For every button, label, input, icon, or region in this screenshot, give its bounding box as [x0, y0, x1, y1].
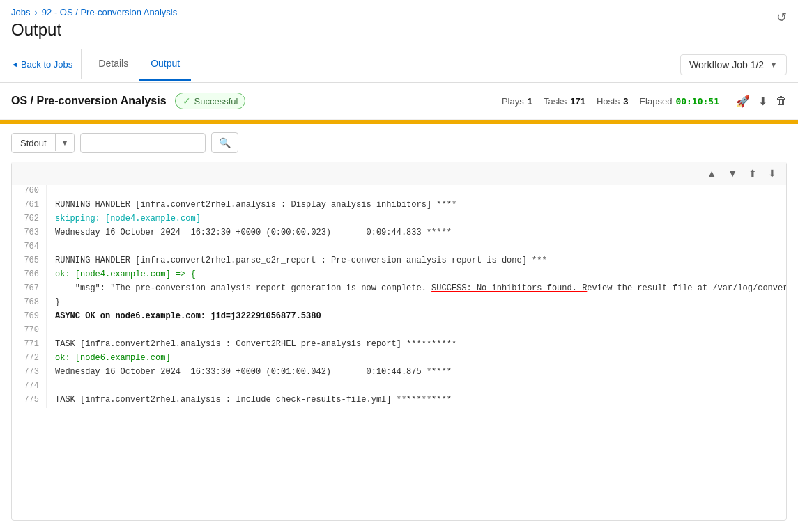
hosts-label: Hosts	[597, 96, 620, 107]
line-number: 767	[12, 283, 47, 297]
scroll-bottom-button[interactable]: ⬇	[764, 165, 781, 182]
line-number: 774	[12, 380, 47, 394]
log-toolbar: ▲ ▼ ⬆ ⬇	[12, 162, 786, 185]
line-number: 761	[12, 199, 47, 213]
search-input[interactable]	[80, 133, 206, 153]
hosts-stat: Hosts 3	[597, 96, 628, 107]
breadcrumb-jobs-link[interactable]: Jobs	[11, 7, 30, 17]
filter-bar: Stdout ▼ 🔍	[0, 124, 798, 162]
line-number: 771	[12, 338, 47, 352]
elapsed-value: 00:10:51	[675, 96, 719, 107]
log-line: 768}	[12, 297, 786, 311]
line-text	[47, 241, 786, 255]
tab-details[interactable]: Details	[87, 48, 139, 81]
stats-area: Plays 1 Tasks 171 Hosts 3 Elapsed 00:10:…	[502, 96, 719, 107]
scroll-top-button[interactable]: ⬆	[744, 165, 761, 182]
delete-icon[interactable]: 🗑	[776, 95, 787, 107]
line-text: "msg": "The pre-conversion analysis repo…	[47, 283, 786, 297]
hosts-value: 3	[623, 96, 628, 107]
breadcrumb: Jobs › 92 - OS / Pre-conversion Analysis	[11, 7, 787, 17]
log-line: 774	[12, 380, 786, 394]
tasks-value: 171	[570, 96, 585, 107]
line-number: 768	[12, 297, 47, 311]
log-content[interactable]: 760 761RUNNING HANDLER [infra.convert2rh…	[12, 185, 786, 450]
scroll-up-button[interactable]: ▲	[703, 165, 721, 182]
line-number: 764	[12, 241, 47, 255]
job-name: OS / Pre-conversion Analysis	[11, 95, 167, 107]
log-line: 771TASK [infra.convert2rhel.analysis : C…	[12, 338, 786, 352]
log-line: 760	[12, 185, 786, 199]
line-text	[47, 185, 786, 199]
log-line: 769ASYNC OK on node6.example.com: jid=j3…	[12, 311, 786, 324]
plays-label: Plays	[502, 96, 524, 107]
line-number: 773	[12, 366, 47, 380]
stdout-label: Stdout	[12, 134, 55, 152]
line-number: 763	[12, 227, 47, 241]
line-number: 770	[12, 324, 47, 338]
line-number: 775	[12, 394, 47, 408]
plays-stat: Plays 1	[502, 96, 532, 107]
tab-bar: Back to Jobs Details Output Workflow Job…	[0, 47, 798, 83]
search-button[interactable]: 🔍	[211, 132, 238, 153]
line-number: 760	[12, 185, 47, 199]
log-line: 762skipping: [node4.example.com]	[12, 213, 786, 227]
line-text: TASK [infra.convert2rhel.analysis : Incl…	[47, 394, 786, 408]
workflow-dropdown-label: Workflow Job 1/2	[689, 59, 764, 70]
line-text: RUNNING HANDLER [infra.convert2rhel.pars…	[47, 255, 786, 269]
status-badge: ✓ Successful	[175, 93, 246, 109]
breadcrumb-separator: ›	[34, 7, 37, 17]
rocket-icon[interactable]: 🚀	[736, 95, 750, 108]
page-title: Output	[11, 20, 787, 47]
log-line: 765RUNNING HANDLER [infra.convert2rhel.p…	[12, 255, 786, 269]
stdout-chevron-icon[interactable]: ▼	[55, 134, 75, 151]
line-number: 769	[12, 311, 47, 324]
log-line: 766ok: [node4.example.com] => {	[12, 269, 786, 283]
line-number: 765	[12, 255, 47, 269]
tab-output[interactable]: Output	[139, 48, 191, 81]
scroll-down-button[interactable]: ▼	[723, 165, 742, 182]
log-line: 772ok: [node6.example.com]	[12, 352, 786, 366]
line-number: 772	[12, 352, 47, 366]
plays-value: 1	[528, 96, 532, 107]
status-label: Successful	[194, 96, 238, 107]
top-header: Jobs › 92 - OS / Pre-conversion Analysis…	[0, 0, 798, 47]
back-to-jobs-button[interactable]: Back to Jobs	[11, 49, 82, 79]
line-number: 766	[12, 269, 47, 283]
download-icon[interactable]: ⬇	[758, 95, 767, 108]
log-line: 763Wednesday 16 October 2024 16:32:30 +0…	[12, 227, 786, 241]
log-line: 773Wednesday 16 October 2024 16:33:30 +0…	[12, 366, 786, 380]
line-text: }	[47, 297, 786, 311]
tasks-label: Tasks	[544, 96, 567, 107]
line-text: Wednesday 16 October 2024 16:33:30 +0000…	[47, 366, 786, 380]
log-line: 775TASK [infra.convert2rhel.analysis : I…	[12, 394, 786, 408]
line-text	[47, 324, 786, 338]
line-text: TASK [infra.convert2rhel.analysis : Conv…	[47, 338, 786, 352]
log-line: 764	[12, 241, 786, 255]
line-text: RUNNING HANDLER [infra.convert2rhel.anal…	[47, 199, 786, 213]
action-icons: 🚀 ⬇ 🗑	[736, 95, 787, 108]
job-info-bar: OS / Pre-conversion Analysis ✓ Successfu…	[0, 83, 798, 120]
line-text: ok: [node6.example.com]	[47, 352, 786, 366]
elapsed-label: Elapsed	[639, 96, 672, 107]
log-line: 761RUNNING HANDLER [infra.convert2rhel.a…	[12, 199, 786, 213]
elapsed-stat: Elapsed 00:10:51	[639, 96, 719, 107]
line-text: ASYNC OK on node6.example.com: jid=j3222…	[47, 311, 786, 324]
line-text: skipping: [node4.example.com]	[47, 213, 786, 227]
chevron-down-icon: ▼	[769, 60, 778, 70]
breadcrumb-current-link[interactable]: 92 - OS / Pre-conversion Analysis	[42, 7, 177, 17]
check-icon: ✓	[183, 95, 191, 107]
log-line: 767 "msg": "The pre-conversion analysis …	[12, 283, 786, 297]
history-icon[interactable]: ↺	[776, 10, 787, 25]
line-text	[47, 380, 786, 394]
line-text: Wednesday 16 October 2024 16:32:30 +0000…	[47, 227, 786, 241]
workflow-job-dropdown[interactable]: Workflow Job 1/2 ▼	[680, 54, 787, 75]
stdout-select[interactable]: Stdout ▼	[11, 133, 75, 153]
log-line: 770	[12, 324, 786, 338]
line-text: ok: [node4.example.com] => {	[47, 269, 786, 283]
log-container: ▲ ▼ ⬆ ⬇ 760 761RUNNING HANDLER [infra.co…	[11, 162, 787, 521]
tasks-stat: Tasks 171	[544, 96, 585, 107]
line-number: 762	[12, 213, 47, 227]
